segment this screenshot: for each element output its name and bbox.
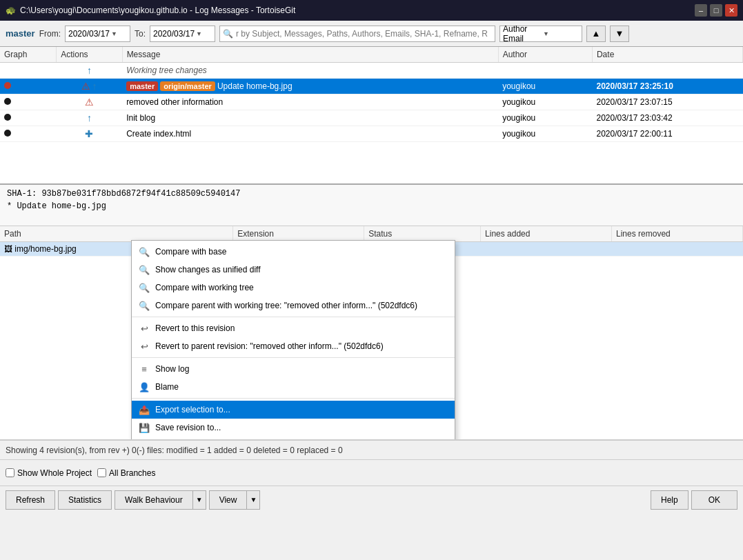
menu-icon-show-log: ≡ (139, 363, 150, 374)
walk-behaviour-split: Walk Behaviour ▼ (115, 490, 206, 510)
maximize-button[interactable]: □ (710, 4, 722, 17)
menu-label-unified-diff: Show changes as unified diff (155, 265, 261, 274)
menu-item-view-alternative[interactable]: 📝View revision in alternative editor (132, 437, 455, 440)
menu-icon-unified-diff: 🔍 (139, 264, 150, 275)
files-area: Path Extension Status Lines added Lines … (0, 226, 743, 440)
menu-separator (132, 357, 455, 358)
refresh-button[interactable]: Refresh (6, 490, 55, 510)
col-header-author: Author (498, 47, 592, 63)
statistics-button[interactable]: Statistics (58, 490, 112, 510)
menu-label-save-revision: Save revision to... (155, 423, 221, 432)
toolbar: master From: 2020/03/17 ▼ To: 2020/03/17… (0, 21, 743, 47)
walk-behaviour-arrow[interactable]: ▼ (192, 490, 206, 510)
view-button[interactable]: View (209, 490, 247, 510)
status-bar: Showing 4 revision(s), from rev +) 0(-) … (0, 440, 743, 459)
search-input[interactable] (236, 29, 492, 39)
actions-cell: ↑ (57, 110, 122, 126)
col-header-date: Date (592, 47, 742, 63)
sha-line2: * Update home-bg.jpg (7, 201, 736, 211)
file-lines_removed (612, 242, 743, 257)
actions-cell: ⚠ (57, 94, 122, 110)
graph-cell (0, 94, 57, 110)
author-cell: yougikou (498, 94, 592, 110)
menu-label-revert-revision: Revert to this revision (155, 323, 235, 333)
menu-item-revert-revision[interactable]: ↩Revert to this revision (132, 319, 455, 337)
graph-cell (0, 79, 57, 94)
status-text: Showing 4 revision(s), from rev +) 0(-) … (6, 446, 737, 455)
view-arrow[interactable]: ▼ (246, 490, 260, 510)
to-date-picker[interactable]: 2020/03/17 ▼ (150, 26, 215, 42)
menu-label-compare-parent: Compare parent with working tree: "remov… (155, 301, 417, 310)
date-cell: 2020/03/17 23:03:42 (592, 110, 742, 126)
menu-item-export-selection[interactable]: 📤Export selection to... (132, 401, 455, 419)
menu-item-compare-parent[interactable]: 🔍Compare parent with working tree: "remo… (132, 297, 455, 314)
menu-item-compare-base[interactable]: 🔍Compare with base (132, 243, 455, 261)
actions-cell: ⚠↑ (57, 79, 122, 94)
col-header-actions: Actions (57, 47, 122, 63)
author-cell (498, 63, 592, 79)
col-header-graph: Graph (0, 47, 57, 63)
author-cell: yougikou (498, 110, 592, 126)
app-icon: 🐢 (6, 6, 16, 15)
col-header-lines-added: Lines added (481, 226, 612, 242)
menu-label-show-log: Show log (155, 364, 189, 374)
menu-item-unified-diff[interactable]: 🔍Show changes as unified diff (132, 261, 455, 279)
menu-icon-compare-parent: 🔍 (139, 300, 150, 311)
search-box[interactable]: 🔍 (219, 26, 495, 42)
actions-cell: ✚ (57, 126, 122, 142)
graph-cell (0, 126, 57, 142)
message-cell: removed other information (122, 94, 498, 110)
log-table: Graph Actions Message Author Date ↑Worki… (0, 47, 743, 142)
ok-button[interactable]: OK (691, 490, 737, 510)
nav-down-button[interactable]: ▼ (610, 26, 629, 42)
menu-separator (132, 317, 455, 317)
log-row[interactable]: ⚠removed other informationyougikou2020/0… (0, 94, 743, 110)
menu-item-blame[interactable]: 👤Blame (132, 378, 455, 396)
branch-selector[interactable]: master (6, 28, 35, 39)
log-row[interactable]: ↑Init blogyougikou2020/03/17 23:03:42 (0, 110, 743, 126)
to-label: To: (135, 29, 146, 39)
menu-label-export-selection: Export selection to... (155, 405, 230, 414)
log-row[interactable]: ↑Working tree changes (0, 63, 743, 79)
author-cell: yougikou (498, 79, 592, 94)
menu-item-compare-working[interactable]: 🔍Compare with working tree (132, 279, 455, 297)
date-cell: 2020/03/17 23:25:10 (592, 79, 742, 94)
title-text: C:\Users\yougi\Documents\yougikou.github… (20, 6, 295, 15)
message-cell: masterorigin/masterUpdate home-bg.jpg (122, 79, 498, 94)
menu-label-blame: Blame (155, 382, 179, 392)
help-button[interactable]: Help (651, 490, 688, 510)
menu-icon-compare-working: 🔍 (139, 282, 150, 293)
date-cell: 2020/03/17 23:07:15 (592, 94, 742, 110)
search-icon: 🔍 (223, 29, 233, 39)
menu-icon-blame: 👤 (139, 381, 150, 392)
log-row[interactable]: ✚Create index.htmlyougikou2020/03/17 22:… (0, 126, 743, 142)
date-cell: 2020/03/17 22:00:11 (592, 126, 742, 142)
view-split: View ▼ (209, 490, 261, 510)
actions-cell: ↑ (57, 63, 122, 79)
menu-item-revert-parent[interactable]: ↩Revert to parent revision: "removed oth… (132, 337, 455, 355)
footer-buttons: Refresh Statistics Walk Behaviour ▼ View… (0, 486, 743, 513)
menu-icon-revert-revision: ↩ (139, 323, 150, 334)
menu-item-save-revision[interactable]: 💾Save revision to... (132, 419, 455, 437)
bottom-bar: Show Whole Project All Branches (0, 459, 743, 486)
title-bar: 🐢 C:\Users\yougi\Documents\yougikou.gith… (0, 0, 743, 21)
from-label: From: (39, 29, 61, 39)
menu-icon-export-selection: 📤 (139, 404, 150, 415)
graph-cell (0, 110, 57, 126)
close-button[interactable]: ✕ (725, 4, 737, 17)
author-cell: yougikou (498, 126, 592, 142)
walk-behaviour-button[interactable]: Walk Behaviour (115, 490, 192, 510)
minimize-button[interactable]: – (695, 4, 707, 17)
author-filter-dropdown[interactable]: Author Email ▼ (499, 26, 582, 42)
nav-up-button[interactable]: ▲ (586, 26, 606, 42)
message-cell: Init blog (122, 110, 498, 126)
col-header-message: Message (122, 47, 498, 63)
sha-area: SHA-1: 93b87be031f78bbd6872f94f41c88509c… (0, 185, 743, 226)
all-branches-checkbox[interactable]: All Branches (97, 468, 155, 478)
message-cell: Create index.html (122, 126, 498, 142)
log-area: Graph Actions Message Author Date ↑Worki… (0, 47, 743, 185)
log-row[interactable]: ⚠↑masterorigin/masterUpdate home-bg.jpgy… (0, 79, 743, 94)
menu-item-show-log[interactable]: ≡Show log (132, 360, 455, 378)
from-date-picker[interactable]: 2020/03/17 ▼ (65, 26, 130, 42)
show-whole-project-checkbox[interactable]: Show Whole Project (6, 468, 92, 478)
